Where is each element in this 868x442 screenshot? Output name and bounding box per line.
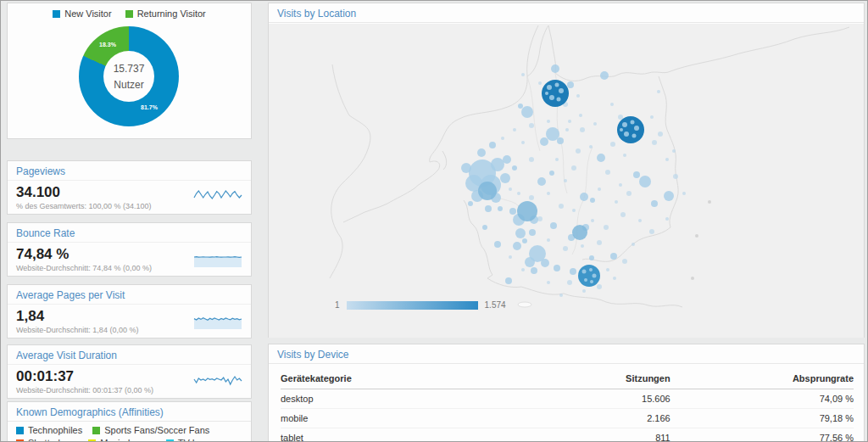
map-bubble[interactable] (501, 137, 504, 140)
map-bubble[interactable] (589, 255, 594, 260)
map-bubble[interactable] (468, 201, 473, 206)
map-bubble[interactable] (509, 208, 516, 215)
map-bubble[interactable] (531, 267, 537, 274)
legend-item-movie-lovers[interactable]: Movie Lovers (88, 438, 155, 442)
map-bubble[interactable] (540, 137, 548, 146)
map-bubble[interactable] (664, 191, 674, 201)
map-bubble[interactable] (549, 95, 554, 100)
map-bubble[interactable] (682, 192, 686, 195)
map-bubble[interactable] (620, 212, 626, 217)
column-header-bounce-rate[interactable]: Absprungrate (670, 370, 854, 389)
legend-item-tv-lovers[interactable]: TV Lovers (166, 438, 220, 442)
map-bubble[interactable] (482, 225, 487, 230)
map-bubble[interactable] (567, 280, 572, 285)
map-bubble[interactable] (559, 294, 563, 297)
map-bubble[interactable] (658, 131, 663, 137)
map-bubble[interactable] (555, 158, 559, 161)
map-bubble[interactable] (615, 200, 618, 204)
column-header-sessions[interactable]: Sitzungen (532, 370, 670, 389)
map-bubble[interactable] (546, 127, 559, 141)
map-bubble[interactable] (547, 192, 550, 195)
map-bubble[interactable] (547, 85, 552, 90)
map-bubble[interactable] (652, 140, 657, 145)
map-bubble[interactable] (547, 120, 550, 123)
map-bubble[interactable] (538, 81, 542, 85)
map-bubble[interactable] (593, 274, 597, 278)
map-bubble[interactable] (559, 88, 564, 93)
map-bubble[interactable] (567, 81, 574, 88)
map-bubble[interactable] (537, 216, 542, 221)
map-bubble[interactable] (665, 158, 669, 161)
map-bubble[interactable] (500, 173, 510, 183)
map-bubble[interactable] (657, 90, 660, 93)
map-bubble[interactable] (557, 98, 561, 102)
map-bubble[interactable] (509, 255, 512, 259)
map-bubble[interactable] (622, 259, 627, 264)
map-bubble[interactable] (633, 171, 640, 178)
map-bubble[interactable] (570, 268, 576, 275)
map-bubble[interactable] (505, 277, 512, 284)
map-bubble[interactable] (639, 176, 651, 187)
map-bubble[interactable] (597, 284, 602, 289)
map-bubble[interactable] (554, 265, 560, 271)
map-bubble[interactable] (512, 165, 517, 171)
map-bubble[interactable] (550, 222, 557, 229)
map-bubble[interactable] (590, 280, 593, 283)
legend-item-new-visitor[interactable]: New Visitor (53, 8, 111, 19)
map-bubble[interactable] (622, 122, 627, 127)
map-bubble[interactable] (572, 225, 587, 240)
map-bubble[interactable] (589, 268, 593, 271)
map-bubble[interactable] (626, 191, 632, 196)
map-bubble[interactable] (580, 193, 588, 201)
map-bubble[interactable] (559, 204, 564, 209)
map-bubble[interactable] (477, 148, 486, 157)
map-bubble[interactable] (529, 195, 534, 200)
bounce-rate-title-link[interactable]: Bounce Rate (16, 227, 75, 239)
map-bubble[interactable] (494, 241, 501, 248)
map-bubble[interactable] (503, 155, 511, 164)
map-bubble[interactable] (529, 229, 536, 236)
pageviews-title-link[interactable]: Pageviews (16, 165, 65, 177)
map-bubble[interactable] (522, 238, 527, 243)
location-title-link[interactable]: Visits by Location (277, 8, 356, 20)
map-bubble[interactable] (491, 158, 504, 171)
map-bubble[interactable] (582, 270, 587, 274)
map-bubble[interactable] (518, 104, 523, 109)
map-bubble[interactable] (485, 205, 492, 212)
map-bubble[interactable] (547, 281, 550, 284)
map-bubble[interactable] (605, 170, 610, 175)
map-bubble[interactable] (547, 238, 550, 242)
map-bubble[interactable] (673, 174, 678, 179)
device-title-link[interactable]: Visits by Device (277, 349, 348, 361)
map-bubble[interactable] (624, 131, 629, 137)
map-bubble[interactable] (597, 240, 602, 245)
map-bubble[interactable] (537, 177, 546, 186)
map-bubble[interactable] (593, 122, 597, 126)
map-bubble[interactable] (578, 265, 600, 287)
map-bubble[interactable] (525, 257, 535, 267)
map-bubble[interactable] (590, 198, 595, 203)
map-bubble[interactable] (649, 229, 654, 234)
map-bubble[interactable] (489, 142, 496, 148)
map-bubble[interactable] (604, 225, 609, 230)
legend-item-technophiles[interactable]: Technophiles (16, 425, 82, 435)
map-bubble[interactable] (565, 128, 569, 131)
map-bubble[interactable] (557, 137, 564, 144)
map-bubble[interactable] (695, 234, 698, 238)
demographics-title-link[interactable]: Known Demographics (Affinities) (16, 406, 164, 418)
map-bubble[interactable] (632, 243, 635, 246)
map-bubble[interactable] (568, 120, 571, 123)
map-bubble[interactable] (571, 165, 576, 171)
map-bubble[interactable] (632, 134, 637, 138)
map-bubble[interactable] (541, 259, 549, 267)
map-bubble[interactable] (564, 179, 567, 182)
visit-duration-title-link[interactable]: Average Visit Duration (16, 350, 117, 361)
map-bubble[interactable] (631, 120, 635, 125)
map-bubble[interactable] (691, 277, 694, 280)
map-bubble[interactable] (580, 127, 585, 132)
map-bubble[interactable] (521, 106, 533, 118)
map-bubble[interactable] (584, 278, 587, 282)
map-bubble[interactable] (576, 148, 581, 154)
map-bubble[interactable] (619, 183, 622, 187)
map-bubble[interactable] (665, 217, 669, 221)
